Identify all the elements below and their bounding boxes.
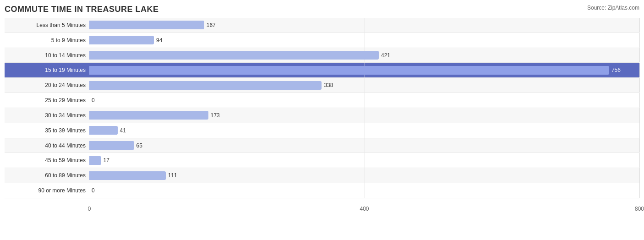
x-axis-tick: 800 xyxy=(635,206,644,212)
bar-value: 65 xyxy=(136,142,142,149)
x-axis-tick: 0 xyxy=(88,206,91,212)
bar-label: 20 to 24 Minutes xyxy=(5,81,89,89)
bar-track: 756 xyxy=(89,63,639,77)
bar-track: 338 xyxy=(89,78,639,93)
bar-row: 15 to 19 Minutes756 xyxy=(5,63,639,78)
bar-fill xyxy=(89,171,166,180)
bar-fill xyxy=(89,36,154,44)
bar-row: 45 to 59 Minutes17 xyxy=(5,153,639,168)
bar-fill xyxy=(89,81,322,90)
bar-track: 0 xyxy=(89,183,639,198)
chart-container: COMMUTE TIME IN TREASURE LAKE Source: Zi… xyxy=(0,0,644,240)
chart-title: COMMUTE TIME IN TREASURE LAKE xyxy=(5,5,159,14)
bar-track: 173 xyxy=(89,108,639,123)
bar-label: 40 to 44 Minutes xyxy=(5,142,89,150)
bar-value: 17 xyxy=(104,157,109,164)
chart-area: Less than 5 Minutes1675 to 9 Minutes9410… xyxy=(5,18,639,212)
bar-label: 90 or more Minutes xyxy=(5,186,89,195)
x-axis: 0400800 xyxy=(89,198,639,212)
bar-label: Less than 5 Minutes xyxy=(5,21,89,29)
bar-row: 20 to 24 Minutes338 xyxy=(5,78,639,93)
bar-fill xyxy=(89,66,609,75)
bar-value: 338 xyxy=(324,82,333,88)
bar-row: 5 to 9 Minutes94 xyxy=(5,33,639,48)
bar-label: 15 to 19 Minutes xyxy=(5,66,89,74)
bar-value: 0 xyxy=(92,187,95,194)
bar-fill xyxy=(89,111,208,120)
bar-track: 17 xyxy=(89,153,639,168)
bar-label: 45 to 59 Minutes xyxy=(5,156,89,164)
chart-header: COMMUTE TIME IN TREASURE LAKE Source: Zi… xyxy=(5,5,639,14)
bar-value: 167 xyxy=(207,22,216,28)
bar-label: 10 to 14 Minutes xyxy=(5,51,89,60)
bars-wrapper: Less than 5 Minutes1675 to 9 Minutes9410… xyxy=(5,18,639,198)
bar-track: 41 xyxy=(89,123,639,138)
bar-fill xyxy=(89,51,379,60)
bar-value: 41 xyxy=(120,127,126,134)
bar-row: 25 to 29 Minutes0 xyxy=(5,93,639,108)
bar-fill xyxy=(89,141,134,150)
bar-value: 756 xyxy=(611,67,621,73)
bar-row: 60 to 89 Minutes111 xyxy=(5,168,639,183)
bar-row: 35 to 39 Minutes41 xyxy=(5,123,639,138)
bar-label: 35 to 39 Minutes xyxy=(5,126,89,135)
bar-value: 173 xyxy=(211,112,220,119)
bar-fill xyxy=(89,126,118,135)
bar-label: 60 to 89 Minutes xyxy=(5,171,89,180)
bar-label: 5 to 9 Minutes xyxy=(5,36,89,44)
bar-value: 0 xyxy=(92,97,95,104)
bar-track: 111 xyxy=(89,168,639,183)
bar-fill xyxy=(89,21,204,29)
bar-track: 0 xyxy=(89,93,639,108)
chart-source: Source: ZipAtlas.com xyxy=(587,5,639,11)
bar-track: 167 xyxy=(89,18,639,33)
bar-value: 421 xyxy=(381,52,390,59)
bar-track: 65 xyxy=(89,138,639,153)
bar-label: 30 to 34 Minutes xyxy=(5,111,89,120)
bar-track: 94 xyxy=(89,33,639,48)
bar-track: 421 xyxy=(89,48,639,63)
bar-row: 10 to 14 Minutes421 xyxy=(5,48,639,63)
bar-row: Less than 5 Minutes167 xyxy=(5,18,639,33)
bar-label: 25 to 29 Minutes xyxy=(5,96,89,104)
bar-row: 40 to 44 Minutes65 xyxy=(5,138,639,153)
x-axis-tick: 400 xyxy=(360,206,369,212)
bar-row: 90 or more Minutes0 xyxy=(5,183,639,198)
bar-value: 94 xyxy=(156,37,162,44)
bar-value: 111 xyxy=(168,172,177,179)
bar-row: 30 to 34 Minutes173 xyxy=(5,108,639,123)
bar-fill xyxy=(89,156,101,165)
